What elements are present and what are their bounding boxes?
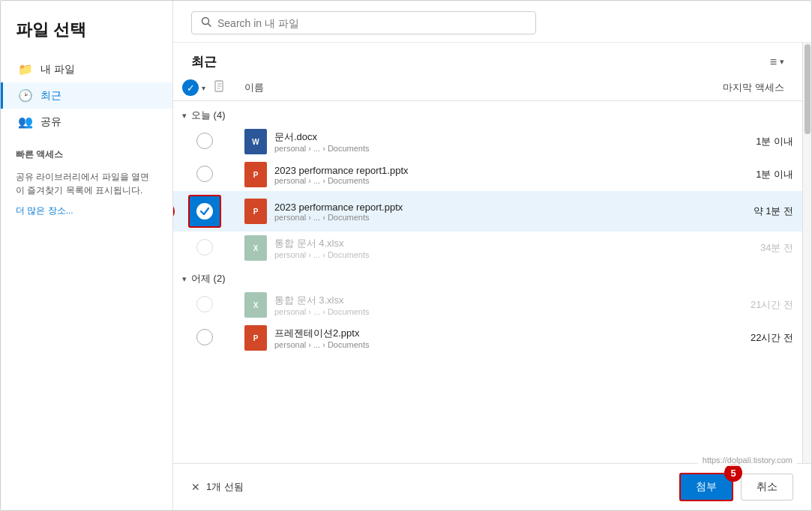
sidebar-item-recent[interactable]: 🕑 최근 — [1, 82, 172, 109]
file-table: ✓ ▾ 이름 마지막 액세스 — [173, 75, 802, 354]
file-name: 문서.docx — [274, 130, 370, 144]
last-access: 1분 이내 — [643, 125, 802, 158]
file-path: personal › ... › Documents — [274, 250, 370, 259]
sidebar-item-label: 최근 — [40, 89, 61, 103]
file-picker-dialog: 파일 선택 📁 내 파일 🕑 최근 👥 공유 빠른 액세스 공유 라이브러리에서… — [0, 0, 812, 511]
file-path: personal › ... › Documents — [274, 144, 370, 153]
view-options[interactable]: ≡ ▾ — [770, 55, 784, 69]
content-area: 최근 ≡ ▾ ✓ ▾ — [173, 43, 802, 463]
file-name-cell: X 통합 문서 4.xlsx personal › ... › Document… — [235, 232, 643, 264]
check-cell — [173, 232, 235, 264]
xlsx-icon: X — [244, 235, 267, 261]
select-all-check[interactable]: ✓ — [182, 79, 199, 96]
file-path: personal › ... › Documents — [274, 340, 370, 349]
table-row[interactable]: X 통합 문서 4.xlsx personal › ... › Document… — [173, 232, 802, 264]
dialog-footer: ✕ 1개 선됨 5 첨부 취소 — [173, 463, 811, 510]
main-content: 최근 ≡ ▾ ✓ ▾ — [173, 1, 811, 510]
file-name-cell: P 2023 performance report.pptx personal … — [235, 191, 643, 232]
pptx-icon: P — [244, 162, 267, 187]
clock-icon: 🕑 — [18, 88, 33, 103]
section-header: 최근 ≡ ▾ — [173, 43, 802, 75]
last-access: 22시간 전 — [643, 321, 802, 354]
selected-check-box[interactable] — [188, 195, 221, 228]
table-header-row: ✓ ▾ 이름 마지막 액세스 — [173, 75, 802, 101]
footer-right: 5 첨부 취소 — [679, 473, 793, 501]
search-input[interactable] — [217, 17, 526, 29]
dialog-title: 파일 선택 — [1, 19, 172, 56]
table-row[interactable]: W 문서.docx personal › ... › Documents 1분 … — [173, 125, 802, 158]
selected-count-label: 1개 선됨 — [206, 480, 244, 494]
check-cell — [173, 288, 235, 321]
scrollbar[interactable] — [802, 43, 811, 463]
footer-left: ✕ 1개 선됨 — [191, 480, 244, 494]
step-4-badge: 4 — [173, 202, 175, 220]
cancel-button[interactable]: 취소 — [741, 474, 793, 501]
table-row[interactable]: 4 — [173, 191, 802, 232]
check-cell — [173, 158, 235, 191]
sidebar-item-my-files[interactable]: 📁 내 파일 — [1, 56, 172, 82]
file-name: 2023 performance report1.pptx — [274, 165, 409, 176]
row-checkbox[interactable] — [196, 166, 213, 182]
chevron-yesterday-icon: ▾ — [182, 274, 187, 284]
sidebar-item-label: 내 파일 — [40, 63, 75, 76]
sidebar-item-label: 공유 — [40, 115, 61, 129]
people-icon: 👥 — [18, 115, 33, 129]
section-title: 최근 — [191, 53, 217, 70]
deselect-icon[interactable]: ✕ — [191, 481, 200, 493]
row-checkbox[interactable] — [196, 133, 213, 149]
search-icon — [201, 16, 211, 29]
file-name-cell: P 2023 performance report1.pptx personal… — [235, 158, 643, 191]
sidebar-nav: 📁 내 파일 🕑 최근 👥 공유 — [1, 56, 172, 135]
file-name-cell: P 프레젠테이션2.pptx personal › ... › Document… — [235, 321, 643, 354]
file-type-header-icon — [214, 80, 226, 96]
last-access: 34분 전 — [643, 232, 802, 264]
file-path: personal › ... › Documents — [274, 176, 409, 185]
chevron-down-icon: ▾ — [780, 57, 784, 67]
watermark: https://dolpali.tistory.com — [698, 454, 797, 466]
file-name: 프레젠테이션2.pptx — [274, 327, 370, 340]
table-row[interactable]: X 통합 문서 3.xlsx personal › ... › Document… — [173, 288, 802, 321]
file-name: 2023 performance report.pptx — [274, 202, 403, 213]
last-access: 약 1분 전 — [643, 191, 802, 232]
check-cell — [173, 321, 235, 354]
last-access: 21시간 전 — [643, 288, 802, 321]
row-checkbox[interactable] — [196, 296, 213, 312]
check-cell: 4 — [173, 191, 235, 232]
sidebar-item-shared[interactable]: 👥 공유 — [1, 109, 172, 135]
file-name: 통합 문서 3.xlsx — [274, 294, 370, 307]
table-row[interactable]: P 2023 performance report1.pptx personal… — [173, 158, 802, 191]
row-checkbox[interactable] — [196, 329, 213, 345]
group-row-today: ▾ 오늘 (4) — [173, 101, 802, 126]
step-5-badge: 5 — [724, 464, 742, 482]
group-label-today: 오늘 (4) — [191, 109, 226, 122]
last-access: 1분 이내 — [643, 158, 802, 191]
pptx-icon: P — [244, 199, 267, 224]
chevron-check-icon: ▾ — [202, 84, 205, 92]
view-list-icon: ≡ — [770, 55, 777, 69]
quick-access-title: 빠른 액세스 — [1, 135, 172, 166]
file-name: 통합 문서 4.xlsx — [274, 237, 370, 250]
more-places-link[interactable]: 더 많은 장소... — [1, 202, 172, 220]
group-label-yesterday: 어제 (2) — [191, 272, 226, 285]
sidebar: 파일 선택 📁 내 파일 🕑 최근 👥 공유 빠른 액세스 공유 라이브러리에서… — [1, 1, 173, 510]
file-name-cell: W 문서.docx personal › ... › Documents — [235, 125, 643, 158]
folder-icon: 📁 — [18, 62, 33, 76]
col-last-access-header: 마지막 액세스 — [643, 75, 802, 101]
chevron-today-icon: ▾ — [182, 111, 187, 121]
search-bar[interactable] — [191, 11, 536, 34]
search-header — [173, 1, 811, 43]
file-name-cell: X 통합 문서 3.xlsx personal › ... › Document… — [235, 288, 643, 321]
file-path: personal › ... › Documents — [274, 307, 370, 316]
col-check-header: ✓ ▾ — [173, 75, 235, 101]
scrollbar-thumb[interactable] — [805, 44, 811, 134]
check-cell — [173, 125, 235, 158]
group-row-yesterday: ▾ 어제 (2) — [173, 264, 802, 288]
svg-line-1 — [208, 24, 211, 27]
pptx-icon: P — [244, 325, 267, 351]
file-path: personal › ... › Documents — [274, 213, 403, 222]
row-checkbox[interactable] — [196, 239, 213, 256]
table-row[interactable]: P 프레젠테이션2.pptx personal › ... › Document… — [173, 321, 802, 354]
quick-access-desc: 공유 라이브러리에서 파일을 열면 이 즐겨찾기 목록에 표시됩니다. — [1, 166, 172, 202]
xlsx-icon: X — [244, 292, 267, 318]
col-name-header: 이름 — [235, 75, 643, 101]
